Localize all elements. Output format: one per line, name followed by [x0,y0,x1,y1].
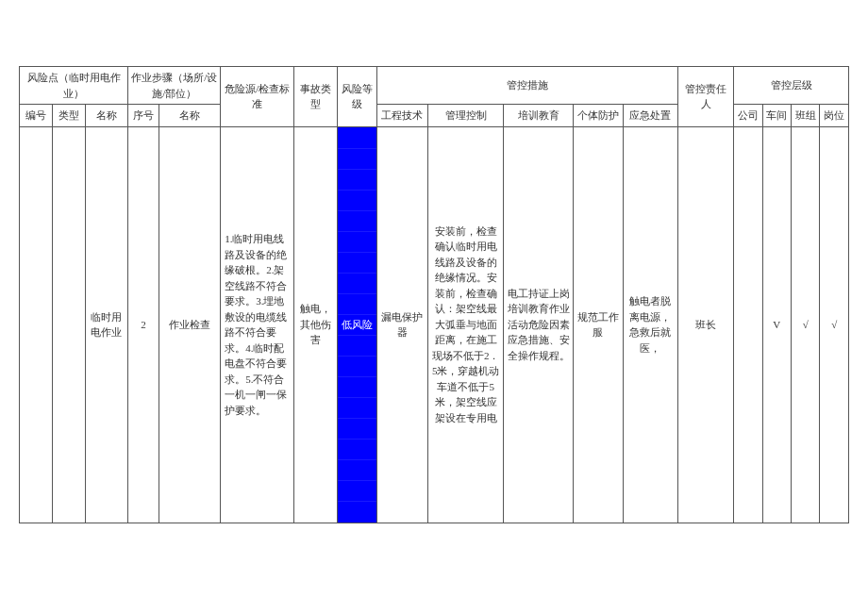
cell-step-name: 作业检查 [159,126,220,523]
cell-control-person: 班长 [678,126,734,523]
hdr-type: 类型 [52,105,85,127]
cell-post: √ [820,126,849,523]
cell-ppe: 规范工作服 [574,126,623,523]
cell-no [20,126,53,523]
cell-accident: 触电，其他伤害 [294,126,338,523]
table-row: 临时用电作业 2 作业检查 1.临时用电线路及设备的绝缘破根。2.架空线路不符合… [20,126,849,523]
cell-team: √ [791,126,819,523]
cell-emergency: 触电者脱离电源，急救后就医， [623,126,678,523]
table-body: 临时用电作业 2 作业检查 1.临时用电线路及设备的绝缘破根。2.架空线路不符合… [20,126,849,523]
cell-eng-tech: 漏电保护器 [376,126,427,523]
hdr-name: 名称 [85,105,128,127]
hdr-risk-level: 风险等级 [338,67,376,127]
hdr-team: 班组 [791,105,819,127]
cell-company [734,126,762,523]
risk-table: 风险点（临时用电作业） 作业步骤（场所/设施/部位） 危险源/检查标准 事故类型… [19,66,849,523]
cell-training: 电工持证上岗培训教育作业活动危险因素应急措施、安全操作规程。 [504,126,574,523]
hdr-hazard: 危险源/检查标准 [221,67,294,127]
hdr-ppe: 个体防护 [574,105,623,127]
risk-level-text: 低风险 [342,317,373,333]
hdr-emergency: 应急处置 [623,105,678,127]
cell-risk-level: 低风险 [338,126,376,523]
hdr-risk-point: 风险点（临时用电作业） [20,67,128,105]
cell-workshop: V [762,126,791,523]
cell-type [52,126,85,523]
hdr-post: 岗位 [820,105,849,127]
table-head: 风险点（临时用电作业） 作业步骤（场所/设施/部位） 危险源/检查标准 事故类型… [20,67,849,127]
hdr-work-step: 作业步骤（场所/设施/部位） [128,67,221,105]
hdr-no: 编号 [20,105,53,127]
hdr-eng-tech: 工程技术 [376,105,427,127]
cell-seq: 2 [128,126,159,523]
hdr-control-tier: 管控层级 [734,67,849,105]
hdr-training: 培训教育 [504,105,574,127]
hdr-accident: 事故类型 [294,67,338,127]
cell-mgmt-ctrl: 安装前，检查确认临时用电线路及设备的绝缘情况。安装前，检查确认：架空线最大弧垂与… [427,126,504,523]
cell-name: 临时用电作业 [85,126,128,523]
hdr-step-name: 名称 [159,105,220,127]
cell-hazard: 1.临时用电线路及设备的绝缘破根。2.架空线路不符合要求。3.埋地敷设的电缆线路… [221,126,294,523]
hdr-workshop: 车间 [762,105,791,127]
hdr-mgmt-ctrl: 管理控制 [427,105,504,127]
hdr-company: 公司 [734,105,762,127]
hdr-control-person: 管控责任人 [678,67,734,127]
hdr-seq: 序号 [128,105,159,127]
hdr-control-measures: 管控措施 [376,67,678,105]
risk-table-container: 风险点（临时用电作业） 作业步骤（场所/设施/部位） 危险源/检查标准 事故类型… [19,66,849,523]
